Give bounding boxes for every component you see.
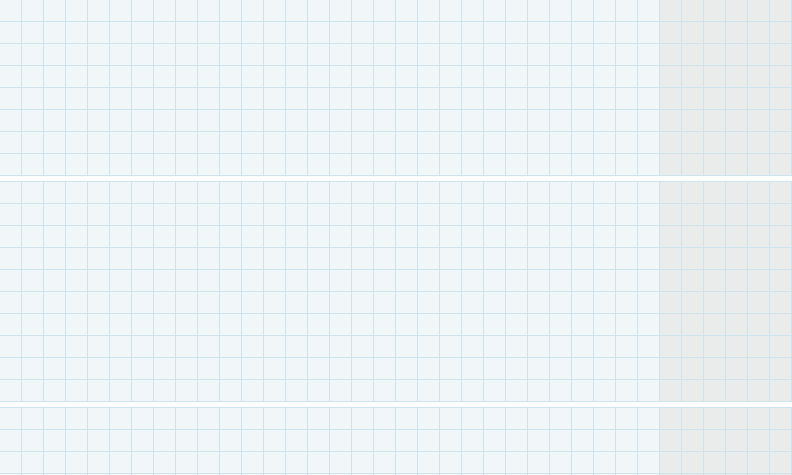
beyond-cycle-shade bbox=[660, 408, 792, 475]
beyond-cycle-shade bbox=[660, 182, 792, 402]
middle-tracking-grid bbox=[0, 181, 792, 402]
beyond-cycle-shade bbox=[660, 0, 792, 176]
bottom-tracking-grid bbox=[0, 407, 792, 475]
top-annotations-grid bbox=[0, 0, 792, 176]
cycle-chart-app bbox=[0, 0, 792, 475]
